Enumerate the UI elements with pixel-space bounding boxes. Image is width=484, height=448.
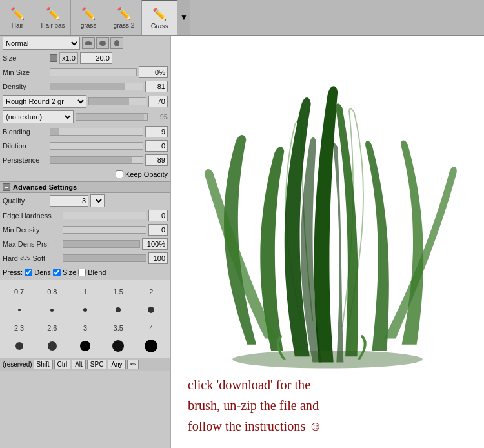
handwritten-line2: brush, un-zip the file and <box>188 398 319 413</box>
tab-grass-label: grass <box>81 22 96 29</box>
density-slider[interactable] <box>50 83 143 90</box>
min-density-slider[interactable] <box>63 226 146 234</box>
tab-grass2-icon: ✏️ <box>117 6 131 21</box>
dot-23[interactable] <box>3 337 35 355</box>
press-dens-label[interactable]: Dens <box>25 269 51 276</box>
dot-26[interactable] <box>35 337 68 355</box>
tab-grass2-label: grass 2 <box>114 22 135 29</box>
persistence-label: Persistence <box>3 156 48 164</box>
shape-btn-2[interactable] <box>96 37 109 49</box>
dot-08[interactable] <box>35 301 68 319</box>
alt-key[interactable]: Alt <box>72 360 86 369</box>
tab-hair-bas-icon: ✏️ <box>46 6 60 21</box>
size-label: Size <box>3 54 48 62</box>
press-size-checkbox[interactable] <box>53 269 61 276</box>
dot-2[interactable] <box>135 301 168 319</box>
size-lock[interactable] <box>50 54 57 62</box>
blending-slider[interactable] <box>50 128 143 136</box>
dot-label-08[interactable]: 0.8 <box>35 283 68 301</box>
max-dens-label: Max Dens Prs. <box>3 240 61 248</box>
right-canvas[interactable]: click 'download' for the brush, un-zip t… <box>171 36 484 448</box>
dot-label-23[interactable]: 2.3 <box>3 319 35 337</box>
dilution-value[interactable] <box>145 140 168 152</box>
tab-grass[interactable]: ✏️ grass <box>71 0 106 35</box>
dilution-slider[interactable] <box>50 142 143 150</box>
brush-shape-value[interactable] <box>148 96 168 107</box>
svg-point-1 <box>99 41 106 46</box>
press-blend-checkbox[interactable] <box>78 269 86 276</box>
press-blend-label[interactable]: Blend <box>78 269 106 276</box>
dot-label-1[interactable]: 1 <box>68 283 101 301</box>
keyboard-bar: (reserved) Shift Ctrl Alt SPC Any ✏ <box>0 358 170 371</box>
press-label: Press: <box>3 269 23 276</box>
dot-4[interactable] <box>135 337 168 355</box>
any-key[interactable]: Any <box>108 360 125 369</box>
tab-grass-active[interactable]: ✏️ Grass <box>142 0 177 35</box>
hard-soft-slider[interactable] <box>63 254 146 262</box>
handwritten-line1: click 'download' for the <box>188 378 310 392</box>
max-dens-value[interactable] <box>142 238 168 250</box>
max-dens-slider[interactable] <box>63 240 140 248</box>
shape-btn-1[interactable] <box>82 37 95 49</box>
dot-35[interactable] <box>102 337 135 355</box>
quality-label: Quailty <box>3 197 48 205</box>
quality-value[interactable] <box>50 195 88 207</box>
density-value[interactable] <box>145 81 168 92</box>
persistence-value[interactable] <box>145 154 168 166</box>
tab-grass2[interactable]: ✏️ grass 2 <box>106 0 142 35</box>
dot-grid: 0.7 0.8 1 1.5 2 <box>0 280 170 358</box>
keep-opacity-label[interactable]: Keep Opacity <box>116 170 168 178</box>
size-value[interactable] <box>80 52 112 64</box>
dot-label-2[interactable]: 2 <box>135 283 168 301</box>
dot-label-07[interactable]: 0.7 <box>3 283 35 301</box>
min-size-value[interactable] <box>139 66 168 78</box>
press-size-label[interactable]: Size <box>53 269 76 276</box>
brush-shape-row: Rough Round 2 gr <box>0 94 170 109</box>
tab-hair[interactable]: ✏️ Hair <box>0 0 35 35</box>
edge-hardness-slider[interactable] <box>63 212 146 219</box>
advanced-settings-toggle[interactable]: − <box>3 183 10 191</box>
keep-opacity-checkbox[interactable] <box>116 170 123 178</box>
dot-label-3[interactable]: 3 <box>68 319 101 337</box>
mode-select[interactable]: Normal <box>3 37 80 50</box>
blending-label: Blending <box>3 128 48 136</box>
advanced-settings-header[interactable]: − Advanced Settings <box>0 181 170 193</box>
shift-key[interactable]: Shift <box>34 360 53 369</box>
blending-row: Blending <box>0 125 170 139</box>
quality-select[interactable]: ▼ <box>90 194 105 207</box>
edit-key[interactable]: ✏ <box>127 360 139 369</box>
texture-slider[interactable] <box>76 113 148 121</box>
dot-15[interactable] <box>102 301 135 319</box>
edge-hardness-row: Edge Hardness <box>0 209 170 223</box>
keep-opacity-row: Keep Opacity <box>0 167 170 181</box>
dot-label-4[interactable]: 4 <box>135 319 168 337</box>
dot-label-35[interactable]: 3.5 <box>102 319 135 337</box>
dot-label-15[interactable]: 1.5 <box>102 283 135 301</box>
dot-label-26[interactable]: 2.6 <box>35 319 68 337</box>
tab-scroll-right[interactable]: ▼ <box>177 0 190 35</box>
brush-shape-select[interactable]: Rough Round 2 gr <box>3 95 86 108</box>
dot-1[interactable] <box>68 301 101 319</box>
spc-key[interactable]: SPC <box>87 360 107 369</box>
hard-soft-value[interactable] <box>148 252 168 264</box>
tab-hair-bas[interactable]: ✏️ Hair bas <box>35 0 71 35</box>
ctrl-key[interactable]: Ctrl <box>54 360 71 369</box>
blending-value[interactable] <box>145 126 168 137</box>
edge-hardness-value[interactable] <box>148 210 168 221</box>
shape-buttons <box>82 37 123 49</box>
dot-3[interactable] <box>68 337 101 355</box>
texture-row: (no texture) 95 <box>0 109 170 125</box>
keep-opacity-text: Keep Opacity <box>125 170 168 178</box>
brush-shape-slider[interactable] <box>88 97 146 105</box>
min-density-label: Min Density <box>3 226 61 234</box>
press-dens-checkbox[interactable] <box>25 269 32 276</box>
shape-btn-3[interactable] <box>110 37 123 49</box>
min-size-slider[interactable] <box>50 68 137 76</box>
dot-07[interactable] <box>3 301 35 319</box>
persistence-slider[interactable] <box>50 156 143 164</box>
hard-soft-label: Hard <-> Soft <box>3 254 61 262</box>
texture-select[interactable]: (no texture) <box>3 110 74 123</box>
size-multiplier[interactable]: x1.0 <box>59 52 78 64</box>
press-size-text: Size <box>63 269 76 276</box>
min-density-value[interactable] <box>148 224 168 236</box>
